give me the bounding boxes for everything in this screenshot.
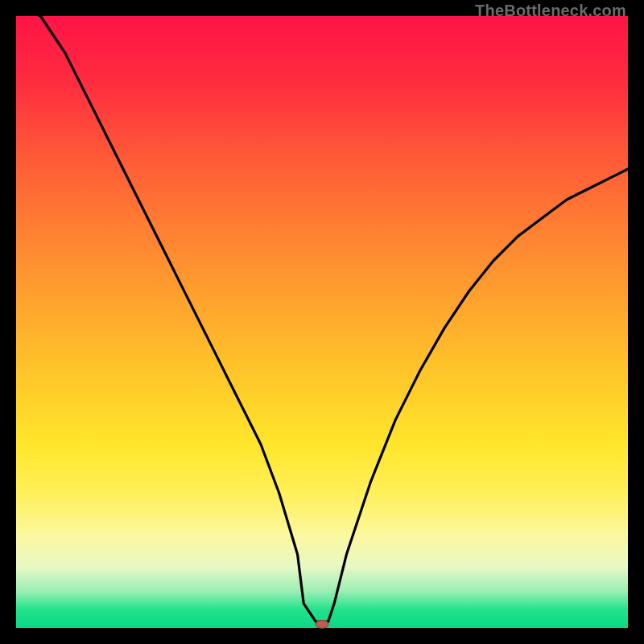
plot-area	[16, 16, 628, 628]
bottleneck-curve	[16, 4, 628, 622]
minimum-marker	[316, 620, 328, 628]
chart-stage: TheBottleneck.com	[0, 0, 644, 644]
chart-svg	[16, 16, 628, 628]
